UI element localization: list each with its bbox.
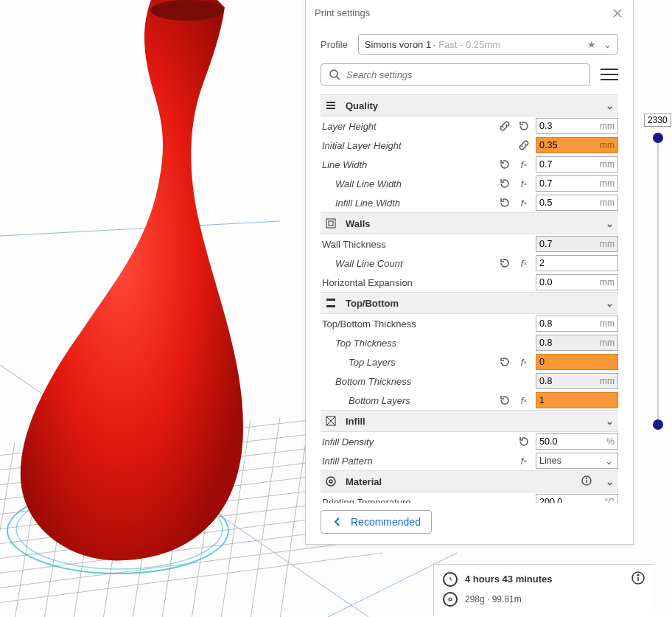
- info-icon[interactable]: [581, 475, 592, 489]
- time-estimate: 4 hours 43 minutes: [465, 574, 552, 585]
- formula-icon[interactable]: f×: [517, 355, 531, 369]
- chevron-down-icon[interactable]: ⌄: [606, 218, 614, 229]
- material-icon: [325, 475, 337, 487]
- svg-rect-39: [326, 305, 335, 307]
- svg-line-49: [450, 579, 452, 580]
- formula-icon[interactable]: f×: [517, 256, 531, 271]
- spool-icon: [443, 592, 458, 607]
- setting-bottom-thickness: Bottom Thickness mm: [321, 372, 618, 391]
- section-quality[interactable]: Quality ⌄: [321, 94, 618, 116]
- chevron-down-icon[interactable]: ⌄: [606, 298, 614, 309]
- infill-density-input[interactable]: %: [536, 433, 618, 450]
- layer-slider-handle-top[interactable]: [653, 133, 663, 143]
- setting-bottom-layers: Bottom Layers f×: [321, 391, 618, 410]
- horizontal-expansion-input[interactable]: mm: [536, 274, 618, 290]
- formula-icon[interactable]: f×: [517, 393, 531, 408]
- profile-select[interactable]: Simons voron 1 - Fast - 0.25mm ★ ⌄: [358, 34, 618, 55]
- section-infill[interactable]: Infill ⌄: [321, 410, 618, 432]
- reset-icon[interactable]: [517, 434, 531, 449]
- svg-point-31: [330, 70, 337, 77]
- search-input[interactable]: [346, 69, 582, 80]
- profile-label: Profile: [321, 39, 348, 50]
- layer-slider-handle-bottom[interactable]: [653, 419, 663, 430]
- close-icon[interactable]: [611, 7, 624, 20]
- svg-rect-36: [326, 219, 335, 228]
- section-title: Material: [346, 476, 382, 487]
- bottom-thickness-input[interactable]: mm: [536, 373, 618, 389]
- top-layers-input[interactable]: [536, 354, 618, 370]
- section-walls[interactable]: Walls ⌄: [321, 212, 618, 234]
- wall-thickness-input[interactable]: mm: [536, 236, 618, 252]
- link-icon[interactable]: [497, 119, 512, 133]
- bottom-layers-input[interactable]: [536, 392, 618, 408]
- reset-icon[interactable]: [497, 355, 512, 369]
- svg-point-53: [449, 598, 452, 601]
- formula-icon[interactable]: f×: [517, 176, 531, 191]
- search-icon: [329, 69, 340, 80]
- svg-point-47: [587, 478, 587, 478]
- search-box[interactable]: [321, 63, 590, 86]
- setting-wall-line-width: Wall Line Width f× mm: [321, 174, 618, 193]
- profile-name: Simons voron 1: [365, 39, 431, 50]
- panel-titlebar: Print settings: [306, 0, 633, 27]
- section-topbottom[interactable]: Top/Bottom ⌄: [321, 292, 618, 314]
- profile-sub: - Fast - 0.25mm: [433, 39, 500, 50]
- formula-icon[interactable]: f×: [517, 195, 531, 210]
- reset-icon[interactable]: [497, 195, 512, 210]
- topbot-thickness-input[interactable]: mm: [536, 316, 618, 332]
- infill-pattern-select[interactable]: Lines⌄: [536, 453, 618, 469]
- svg-rect-35: [326, 108, 335, 109]
- material-estimate: 298g · 99.81m: [465, 594, 522, 604]
- wall-line-width-input[interactable]: mm: [536, 175, 618, 192]
- svg-point-43: [326, 477, 335, 486]
- layer-slider-track[interactable]: [657, 135, 659, 424]
- setting-wall-thickness: Wall Thickness mm: [321, 234, 618, 254]
- section-title: Infill: [346, 416, 365, 427]
- quality-icon: [325, 100, 337, 111]
- reset-icon[interactable]: [497, 176, 512, 191]
- chevron-down-icon[interactable]: ⌄: [606, 416, 614, 427]
- section-title: Walls: [346, 218, 370, 229]
- info-icon[interactable]: [631, 571, 645, 588]
- infill-icon: [325, 415, 337, 427]
- chevron-down-icon[interactable]: ⌄: [606, 100, 614, 111]
- setting-infill-pattern: Infill Pattern f× Lines⌄: [321, 451, 618, 470]
- reset-icon[interactable]: [517, 119, 531, 133]
- recommended-button[interactable]: Recommended: [321, 510, 432, 534]
- link-icon[interactable]: [517, 138, 531, 153]
- infill-line-width-input[interactable]: mm: [536, 195, 618, 211]
- setting-layer-height: Layer Height mm: [321, 116, 618, 136]
- top-thickness-input[interactable]: mm: [536, 335, 618, 351]
- topbottom-icon: [325, 297, 337, 309]
- svg-point-28: [150, 0, 224, 21]
- section-title: Quality: [346, 100, 378, 111]
- layer-height-input[interactable]: mm: [536, 118, 618, 134]
- walls-icon: [325, 217, 337, 229]
- formula-icon[interactable]: f×: [517, 157, 531, 172]
- layer-slider-max-label: 2330: [644, 114, 671, 127]
- wall-line-count-input[interactable]: [536, 255, 618, 271]
- reset-icon[interactable]: [497, 157, 512, 172]
- clock-icon: [443, 572, 458, 587]
- setting-infill-line-width: Infill Line Width f× mm: [321, 193, 618, 212]
- section-material[interactable]: Material ⌄: [321, 470, 618, 492]
- chevron-left-icon: [332, 516, 343, 528]
- line-width-input[interactable]: mm: [536, 156, 618, 172]
- chevron-down-icon[interactable]: ⌄: [603, 39, 612, 50]
- svg-point-52: [637, 574, 639, 576]
- hamburger-menu-icon[interactable]: [601, 66, 618, 83]
- reset-icon[interactable]: [497, 393, 512, 408]
- setting-initial-layer-height: Initial Layer Height mm: [321, 136, 618, 155]
- print-temp-input[interactable]: °C: [536, 494, 618, 503]
- setting-wall-line-count: Wall Line Count f×: [321, 254, 618, 273]
- chevron-down-icon[interactable]: ⌄: [606, 476, 614, 487]
- initial-layer-height-input[interactable]: mm: [536, 137, 618, 153]
- setting-top-thickness: Top Thickness mm: [321, 333, 618, 352]
- setting-line-width: Line Width f× mm: [321, 155, 618, 174]
- reset-icon[interactable]: [497, 256, 512, 271]
- setting-topbot-thickness: Top/Bottom Thickness mm: [321, 314, 618, 333]
- svg-rect-34: [326, 105, 335, 106]
- formula-icon[interactable]: f×: [517, 453, 531, 468]
- panel-title: Print settings: [315, 7, 370, 18]
- star-icon[interactable]: ★: [587, 39, 596, 50]
